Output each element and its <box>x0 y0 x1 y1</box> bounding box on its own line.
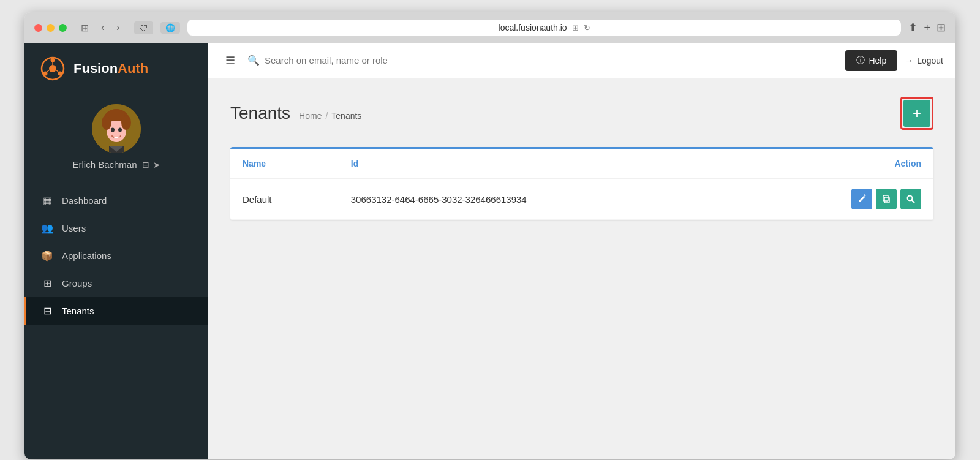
svg-rect-17 <box>884 197 889 203</box>
sidebar-item-label: Groups <box>62 278 92 288</box>
copy-tenant-button[interactable] <box>876 189 897 209</box>
reload-icon[interactable]: ↻ <box>584 23 590 32</box>
breadcrumb: Home / Tenants <box>299 111 361 121</box>
groups-icon: ⊞ <box>41 277 53 289</box>
user-name: Erlich Bachman <box>72 159 137 170</box>
browser-right-controls: ⬆ + ⊞ <box>908 21 946 34</box>
topbar: ☰ 🔍 ⓘ Help → Logout <box>208 43 956 78</box>
user-card-icon[interactable]: ⊟ <box>142 160 149 170</box>
page-header: Tenants Home / Tenants + <box>230 97 933 130</box>
user-nav-icon[interactable]: ➤ <box>153 160 160 170</box>
search-input[interactable] <box>265 55 838 66</box>
edit-icon <box>857 194 867 204</box>
add-tenant-button[interactable]: + <box>903 100 930 127</box>
browser-nav-controls: ⊞ ‹ › <box>78 21 123 35</box>
breadcrumb-current: Tenants <box>331 111 361 121</box>
avatar <box>92 104 141 153</box>
svg-point-15 <box>118 128 122 132</box>
logout-button[interactable]: → Logout <box>905 56 943 66</box>
action-buttons <box>755 189 921 209</box>
svg-point-1 <box>49 65 56 72</box>
search-icon <box>906 194 916 204</box>
close-dot[interactable] <box>34 24 42 32</box>
search-tenant-button[interactable] <box>900 189 921 209</box>
breadcrumb-home[interactable]: Home <box>299 111 322 121</box>
sidebar-user-section: Erlich Bachman ⊟ ➤ <box>24 94 208 182</box>
tenants-icon: ⊟ <box>41 305 53 317</box>
svg-rect-18 <box>883 195 888 201</box>
sidebar-item-users[interactable]: 👥 Users <box>24 214 208 242</box>
avatar-image <box>92 104 141 153</box>
share-btn[interactable]: ⬆ <box>908 21 918 34</box>
minimize-dot[interactable] <box>47 24 55 32</box>
tenants-table-card: Name Id Action Default 30663132-6464-666… <box>230 147 933 220</box>
svg-point-2 <box>51 58 55 62</box>
address-bar[interactable]: local.fusionauth.io ⊞ ↻ <box>187 20 902 36</box>
sidebar-item-label: Applications <box>62 251 111 261</box>
tenant-name-cell: Default <box>230 179 339 220</box>
users-icon: 👥 <box>41 222 53 234</box>
sidebar: FusionAuth <box>24 43 208 459</box>
grid-btn[interactable]: ⊞ <box>937 21 946 34</box>
menu-toggle-button[interactable]: ☰ <box>221 51 240 70</box>
logout-label: Logout <box>917 56 943 66</box>
svg-point-4 <box>43 72 48 76</box>
svg-point-3 <box>58 72 62 76</box>
column-header-name: Name <box>230 149 339 179</box>
logout-icon: → <box>905 56 913 66</box>
browser-titlebar: ⊞ ‹ › 🛡 🌐 local.fusionauth.io ⊞ ↻ ⬆ + ⊞ <box>24 12 956 43</box>
new-tab-btn[interactable]: + <box>924 21 930 34</box>
address-url: local.fusionauth.io <box>499 23 567 32</box>
help-button[interactable]: ⓘ Help <box>845 50 897 71</box>
sidebar-item-label: Users <box>62 223 86 233</box>
user-action-icons: ⊟ ➤ <box>142 160 160 170</box>
svg-line-20 <box>912 200 914 203</box>
table-header-row: Name Id Action <box>230 149 933 179</box>
tenant-action-cell <box>743 179 933 220</box>
svg-point-13 <box>108 109 125 121</box>
page-content: Tenants Home / Tenants + <box>208 78 956 459</box>
page-title-area: Tenants Home / Tenants <box>230 104 361 123</box>
applications-icon: 📦 <box>41 250 53 262</box>
sidebar-item-tenants[interactable]: ⊟ Tenants <box>24 297 208 325</box>
shield-icon: 🛡 <box>139 23 148 33</box>
sidebar-item-groups[interactable]: ⊞ Groups <box>24 270 208 297</box>
search-icon: 🔍 <box>247 55 260 66</box>
svg-point-14 <box>111 128 115 132</box>
column-header-id: Id <box>339 149 743 179</box>
sidebar-item-label: Tenants <box>62 306 94 316</box>
logo-text: FusionAuth <box>74 61 148 77</box>
edit-tenant-button[interactable] <box>851 189 872 209</box>
search-area: 🔍 <box>247 55 838 66</box>
translate-icon: ⊞ <box>572 23 579 32</box>
sidebar-logo: FusionAuth <box>24 43 208 94</box>
page-title: Tenants <box>230 104 290 123</box>
help-icon: ⓘ <box>856 55 865 66</box>
tenant-id-cell: 30663132-6464-6665-3032-326466613934 <box>339 179 743 220</box>
breadcrumb-separator: / <box>325 111 328 121</box>
main-content: ☰ 🔍 ⓘ Help → Logout Tenants <box>208 43 956 459</box>
dashboard-icon: ▦ <box>41 195 53 206</box>
globe-icon: 🌐 <box>165 23 175 32</box>
svg-line-7 <box>47 70 50 72</box>
maximize-dot[interactable] <box>59 24 67 32</box>
forward-btn[interactable]: › <box>113 21 123 34</box>
sidebar-item-label: Dashboard <box>62 195 107 206</box>
user-info: Erlich Bachman ⊟ ➤ <box>72 159 160 170</box>
help-label: Help <box>869 56 886 66</box>
sidebar-toggle-btn[interactable]: ⊞ <box>78 21 92 35</box>
add-button-wrapper: + <box>900 97 933 130</box>
tenants-table: Name Id Action Default 30663132-6464-666… <box>230 149 933 220</box>
back-btn[interactable]: ‹ <box>98 21 107 34</box>
fusionauth-logo-icon <box>39 55 66 82</box>
table-row: Default 30663132-6464-6665-3032-32646661… <box>230 179 933 220</box>
svg-line-6 <box>56 70 58 72</box>
copy-icon <box>881 194 891 204</box>
browser-traffic-lights <box>34 24 67 32</box>
column-header-action: Action <box>743 149 933 179</box>
sidebar-item-applications[interactable]: 📦 Applications <box>24 242 208 270</box>
sidebar-item-dashboard[interactable]: ▦ Dashboard <box>24 187 208 214</box>
sidebar-nav: ▦ Dashboard 👥 Users 📦 Applications ⊞ Gro… <box>24 182 208 459</box>
